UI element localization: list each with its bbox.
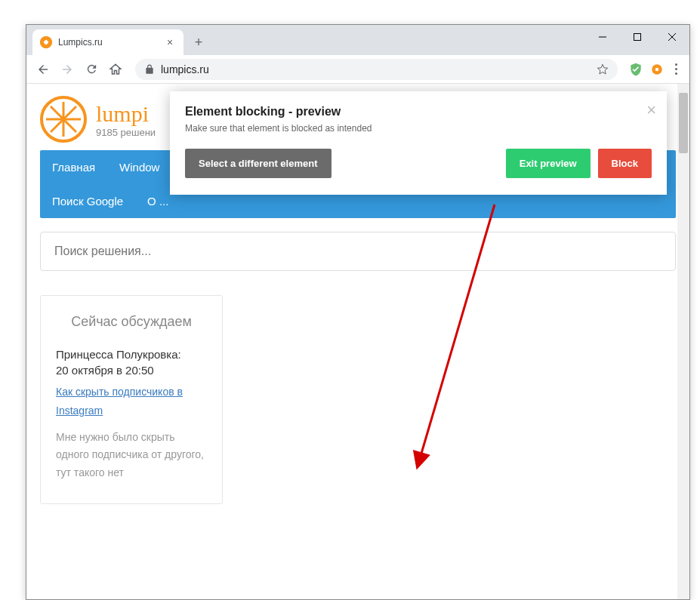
browser-toolbar: lumpics.ru [26, 55, 689, 84]
adguard-extension-icon[interactable] [627, 60, 645, 78]
sidebar-discussion-card: Сейчас обсуждаем Принцесса Полукровка: 2… [40, 295, 223, 504]
address-bar[interactable]: lumpics.ru [135, 59, 618, 80]
site-subtitle: 9185 решени [96, 127, 156, 138]
scrollbar[interactable] [677, 84, 689, 599]
lock-icon [144, 64, 155, 75]
reload-button[interactable] [81, 59, 102, 80]
nav-item-home[interactable]: Главная [40, 150, 107, 184]
favicon-icon [40, 36, 52, 48]
window-controls [585, 25, 689, 49]
new-tab-button[interactable]: + [188, 32, 209, 53]
site-logo-icon[interactable] [40, 96, 87, 143]
close-window-button[interactable] [655, 25, 689, 49]
url-text: lumpics.ru [161, 63, 209, 75]
select-different-element-button[interactable]: Select a different element [185, 149, 331, 178]
sidebar-heading: Сейчас обсуждаем [56, 312, 207, 331]
svg-point-5 [655, 67, 659, 71]
forward-button[interactable] [57, 59, 78, 80]
comment-author: Принцесса Полукровка: [56, 348, 207, 361]
back-button[interactable] [32, 59, 54, 80]
browser-tab[interactable]: Lumpics.ru × [32, 29, 183, 55]
scroll-thumb[interactable] [679, 93, 688, 153]
comment-link[interactable]: Как скрыть подписчиков в Instagram [56, 383, 207, 420]
tab-title: Lumpics.ru [58, 37, 158, 48]
titlebar: Lumpics.ru × + [26, 25, 689, 55]
close-tab-icon[interactable]: × [164, 36, 176, 48]
comment-date: 20 октября в 20:50 [56, 364, 207, 377]
svg-rect-1 [634, 34, 641, 41]
nav-item-google-search[interactable]: Поиск Google [40, 184, 135, 218]
extension-icon[interactable] [648, 60, 666, 78]
home-button[interactable] [105, 59, 126, 80]
search-input[interactable] [54, 245, 661, 258]
dialog-close-icon[interactable]: × [646, 100, 656, 120]
site-search[interactable] [40, 232, 676, 271]
chrome-menu-button[interactable] [669, 63, 683, 75]
dialog-subtitle: Make sure that element is blocked as int… [185, 123, 652, 134]
exit-preview-button[interactable]: Exit preview [506, 149, 591, 178]
site-title: lumpi [96, 101, 156, 127]
comment-text: Мне нужно было скрыть одного подписчика … [56, 429, 207, 482]
block-button[interactable]: Block [598, 149, 652, 178]
maximize-button[interactable] [620, 25, 655, 49]
page-viewport: lumpi 9185 решени Главная Window Поиск G… [26, 84, 689, 599]
browser-window: Lumpics.ru × + lumpics.ru [26, 24, 690, 600]
minimize-button[interactable] [585, 25, 620, 49]
nav-item-windows[interactable]: Window [107, 150, 171, 184]
element-blocking-dialog: × Element blocking - preview Make sure t… [170, 91, 667, 195]
bookmark-star-icon[interactable] [597, 63, 609, 75]
dialog-title: Element blocking - preview [185, 105, 652, 118]
